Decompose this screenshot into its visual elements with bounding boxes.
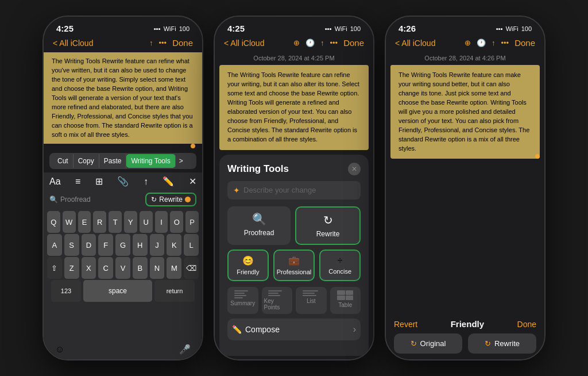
share-icon-1[interactable]: ↑ bbox=[149, 39, 153, 47]
selected-text-1[interactable]: The Writing Tools Rewrite feature can re… bbox=[44, 52, 202, 144]
key-k[interactable]: K bbox=[167, 234, 181, 256]
close-toolbar-icon[interactable]: ✕ bbox=[189, 176, 196, 187]
content-area-2: October 28, 2024 at 4:25 PM The Writing … bbox=[215, 52, 373, 359]
time-3: 4:26 bbox=[399, 24, 416, 33]
more-icon-3[interactable]: ••• bbox=[501, 39, 509, 47]
proofread-tool-btn[interactable]: 🔍 Proofread bbox=[227, 206, 291, 245]
key-t[interactable]: T bbox=[109, 211, 122, 233]
key-g[interactable]: G bbox=[115, 234, 130, 256]
key-v[interactable]: V bbox=[115, 257, 130, 279]
rewrite-tool-icon: ↻ bbox=[323, 213, 333, 227]
key-s[interactable]: S bbox=[64, 234, 79, 256]
key-w[interactable]: W bbox=[63, 211, 76, 233]
copy-button[interactable]: Copy bbox=[74, 154, 99, 168]
key-123[interactable]: 123 bbox=[51, 280, 81, 302]
key-b[interactable]: B bbox=[133, 257, 148, 279]
emoji-icon[interactable]: ☺ bbox=[55, 344, 64, 355]
summary-format[interactable]: Summary bbox=[227, 287, 258, 314]
key-f[interactable]: F bbox=[98, 234, 113, 256]
nav-icon-copy-2[interactable]: ⊕ bbox=[293, 39, 300, 47]
rewrite-tool-btn[interactable]: ↻ Rewrite bbox=[295, 206, 361, 245]
done-button-2[interactable]: Done bbox=[343, 38, 364, 48]
key-z[interactable]: Z bbox=[64, 257, 79, 279]
professional-tone-btn[interactable]: 💼 Professional bbox=[273, 250, 315, 281]
key-x[interactable]: X bbox=[82, 257, 96, 279]
table-format[interactable]: Table bbox=[330, 287, 361, 314]
proofread-item[interactable]: 🔍 Proofread bbox=[49, 195, 142, 204]
key-return[interactable]: return bbox=[154, 280, 195, 302]
selected-text-3[interactable]: The Writing Tools Rewrite feature can ma… bbox=[390, 65, 540, 159]
nav-icon-copy-3[interactable]: ⊕ bbox=[465, 39, 471, 47]
key-y[interactable]: Y bbox=[124, 211, 137, 233]
bottom-bar-1: ☺ 🎤 bbox=[44, 340, 202, 359]
back-button-2[interactable]: < All iCloud bbox=[224, 39, 264, 48]
keypoints-format[interactable]: Key Points bbox=[262, 287, 293, 314]
key-m[interactable]: M bbox=[167, 257, 181, 279]
concise-tone-btn[interactable]: ÷ Concise bbox=[319, 250, 361, 281]
attach-icon[interactable]: 📎 bbox=[117, 176, 129, 187]
aa-icon[interactable]: Aa bbox=[49, 177, 61, 187]
chevron-right-icon: › bbox=[353, 324, 356, 335]
back-button-3[interactable]: < All iCloud bbox=[395, 39, 435, 48]
share-icon-2[interactable]: ↑ bbox=[320, 39, 324, 47]
nav-icon-clock-2[interactable]: 🕐 bbox=[305, 39, 315, 47]
done-button-1[interactable]: Done bbox=[172, 38, 193, 48]
key-row-2: A S D F G H J K L bbox=[47, 234, 199, 256]
battery-icon-2: 100 bbox=[350, 25, 361, 32]
paste-button[interactable]: Paste bbox=[99, 154, 127, 168]
key-i[interactable]: I bbox=[155, 211, 168, 233]
battery-icon: 100 bbox=[179, 25, 189, 32]
writing-tools-button[interactable]: Writing Tools bbox=[126, 154, 175, 168]
rewrite-label-3: Rewrite bbox=[494, 339, 520, 348]
rewrite-button-3[interactable]: ↻ Rewrite bbox=[468, 333, 536, 354]
key-r[interactable]: R bbox=[93, 211, 106, 233]
key-j[interactable]: J bbox=[150, 234, 165, 256]
revert-button[interactable]: Revert bbox=[394, 320, 417, 329]
context-arrow[interactable]: > bbox=[176, 154, 187, 168]
list-icon[interactable]: ≡ bbox=[75, 177, 80, 187]
more-icon-1[interactable]: ••• bbox=[158, 39, 167, 47]
key-e[interactable]: E bbox=[78, 211, 91, 233]
key-shift[interactable]: ⇧ bbox=[47, 257, 62, 279]
key-l[interactable]: L bbox=[184, 234, 199, 256]
nav-right-2: ⊕ 🕐 ↑ ••• Done bbox=[293, 38, 364, 48]
key-c[interactable]: C bbox=[98, 257, 113, 279]
table-icon[interactable]: ⊞ bbox=[95, 176, 103, 187]
done-button-3[interactable]: Done bbox=[514, 38, 535, 48]
nav-icon-clock-3[interactable]: 🕐 bbox=[477, 39, 486, 47]
modal-close-button[interactable]: ✕ bbox=[348, 163, 361, 175]
keyboard-1: Q W E R T Y U I O P A S D F G H bbox=[44, 209, 202, 340]
friendly-tone-btn[interactable]: 😊 Friendly bbox=[227, 250, 269, 281]
status-icons-3: ▪▪▪ WiFi 100 bbox=[496, 25, 532, 32]
key-n[interactable]: N bbox=[150, 257, 165, 279]
original-button[interactable]: ↻ Original bbox=[394, 333, 462, 354]
rewrite-btn-1[interactable]: ↻ Rewrite bbox=[145, 193, 196, 206]
proofread-tool-icon: 🔍 bbox=[252, 212, 266, 226]
friendly-mode-label: Friendly bbox=[451, 319, 484, 329]
format-icon[interactable]: ↑ bbox=[144, 177, 148, 187]
key-space[interactable]: space bbox=[83, 280, 152, 302]
key-d[interactable]: D bbox=[82, 234, 96, 256]
key-o[interactable]: O bbox=[170, 211, 183, 233]
more-icon-2[interactable]: ••• bbox=[330, 39, 338, 47]
describe-input[interactable]: ✦ Describe your change bbox=[227, 181, 361, 199]
table-label: Table bbox=[338, 302, 352, 308]
list-format[interactable]: List bbox=[296, 287, 327, 314]
friendly-label-2: Friendly bbox=[237, 268, 259, 275]
key-p[interactable]: P bbox=[185, 211, 199, 233]
key-a[interactable]: A bbox=[47, 234, 62, 256]
back-button-1[interactable]: < All iCloud bbox=[53, 39, 93, 48]
key-u[interactable]: U bbox=[140, 211, 153, 233]
key-q[interactable]: Q bbox=[47, 211, 60, 233]
modal-header: Writing Tools ✕ bbox=[227, 163, 361, 175]
selected-text-2[interactable]: The Writing Tools Rewrite feature can re… bbox=[219, 65, 369, 150]
key-h[interactable]: H bbox=[133, 234, 148, 256]
edit-icon[interactable]: ✏️ bbox=[163, 176, 174, 187]
key-delete[interactable]: ⌫ bbox=[184, 257, 199, 279]
done-button-3-bottom[interactable]: Done bbox=[517, 320, 536, 329]
signal-icon-2: ▪▪▪ bbox=[325, 25, 332, 32]
cut-button[interactable]: Cut bbox=[53, 154, 74, 168]
compose-row[interactable]: ✏️ Compose › bbox=[227, 319, 361, 340]
mic-icon[interactable]: 🎤 bbox=[179, 344, 191, 355]
share-icon-3[interactable]: ↑ bbox=[492, 39, 496, 47]
